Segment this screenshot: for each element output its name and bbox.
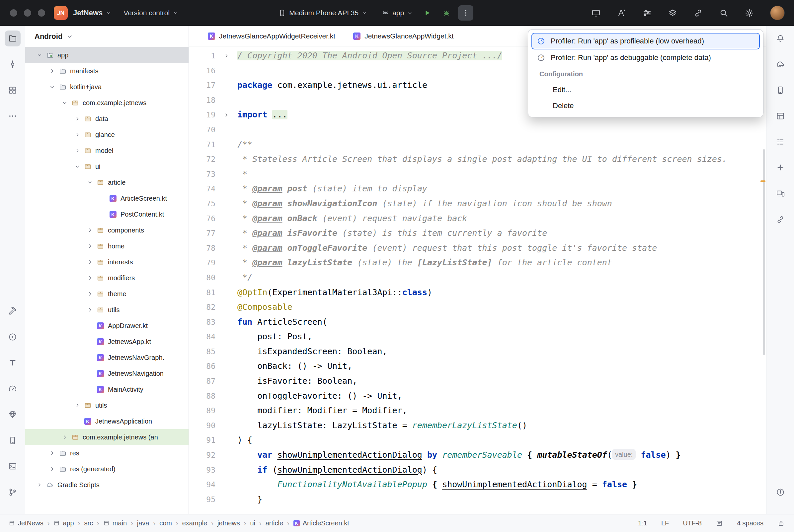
minimize-window-button[interactable] — [24, 9, 31, 17]
tree-item-jetnewsapp-kt[interactable]: KJetnewsApp.kt — [25, 334, 188, 349]
debug-button[interactable] — [439, 5, 454, 21]
code-text[interactable]: * @param lazyListState (state) the [Lazy… — [237, 255, 612, 270]
popup-action-delete[interactable]: Delete — [532, 98, 760, 114]
tree-item-components[interactable]: components — [25, 222, 188, 238]
user-avatar[interactable] — [770, 6, 785, 20]
tree-chevron-right-icon[interactable] — [84, 243, 96, 249]
tree-item-jetnewsnavgraph[interactable]: KJetnewsNavGraph. — [25, 349, 188, 365]
fold-indicator-icon[interactable] — [216, 49, 237, 63]
line-number[interactable]: 91 — [189, 433, 216, 448]
tree-chevron-down-icon[interactable] — [46, 83, 58, 90]
tree-item-com-example-jetnews[interactable]: com.example.jetnews — [25, 95, 188, 111]
line-number[interactable]: 89 — [189, 403, 216, 418]
indent-size-widget[interactable]: 4 spaces — [737, 519, 763, 527]
line-number[interactable]: 80 — [189, 270, 216, 285]
tree-chevron-right-icon[interactable] — [71, 115, 83, 122]
tree-item-kotlin-java[interactable]: kotlin+java — [25, 79, 188, 95]
running-devices-button[interactable] — [772, 186, 788, 202]
tree-chevron-down-icon[interactable] — [34, 52, 45, 58]
tree-chevron-right-icon[interactable] — [34, 481, 45, 488]
build-tool-button[interactable] — [5, 303, 21, 319]
breadcrumb-item-ui[interactable]: ui — [250, 519, 255, 527]
popup-item-profiler-run-app-as-profile[interactable]: Profiler: Run 'app' as profileable (low … — [532, 33, 760, 50]
run-button[interactable] — [420, 5, 435, 21]
line-number[interactable]: 78 — [189, 241, 216, 256]
version-control-tool-button[interactable] — [5, 484, 21, 500]
tree-chevron-down-icon[interactable] — [84, 179, 96, 186]
close-window-button[interactable] — [10, 9, 17, 17]
more-tool-windows-button[interactable] — [5, 108, 21, 124]
tree-chevron-right-icon[interactable] — [46, 466, 58, 472]
breadcrumb-item-java[interactable]: java — [137, 519, 149, 527]
line-number[interactable]: 93 — [189, 463, 216, 478]
tree-chevron-right-icon[interactable] — [59, 434, 71, 440]
line-number[interactable]: 81 — [189, 285, 216, 300]
tree-chevron-down-icon[interactable] — [59, 99, 71, 106]
line-number[interactable]: 73 — [189, 167, 216, 182]
tree-item-manifests[interactable]: manifests — [25, 63, 188, 79]
run-tool-button[interactable] — [5, 329, 21, 345]
project-tool-button[interactable] — [5, 31, 21, 46]
code-text[interactable]: fun ArticleScreen( — [237, 315, 327, 330]
line-number[interactable]: 19 — [189, 108, 216, 122]
problems-tool-button[interactable] — [772, 484, 788, 500]
tree-item-data[interactable]: data — [25, 111, 188, 127]
code-text[interactable]: * Stateless Article Screen that displays… — [237, 152, 727, 167]
line-number[interactable]: 74 — [189, 182, 216, 196]
line-number[interactable]: 16 — [189, 63, 216, 78]
code-text[interactable]: } — [237, 492, 262, 507]
tree-item-res[interactable]: res — [25, 445, 188, 461]
tree-chevron-right-icon[interactable] — [46, 450, 58, 456]
code-text[interactable]: /** — [237, 137, 252, 152]
editor-config-icon[interactable] — [716, 520, 723, 527]
line-number[interactable]: 71 — [189, 137, 216, 152]
code-text[interactable]: * @param isFavorite (state) is this item… — [237, 226, 547, 241]
line-number[interactable]: 87 — [189, 374, 216, 389]
line-number[interactable]: 86 — [189, 359, 216, 374]
code-text[interactable]: modifier: Modifier = Modifier, — [237, 403, 407, 418]
breadcrumb-item-articlescreen-kt[interactable]: KArticleScreen.kt — [293, 519, 349, 527]
tree-item-model[interactable]: model — [25, 142, 188, 158]
more-run-options-button[interactable] — [458, 5, 473, 21]
warning-stripe-mark[interactable] — [760, 180, 765, 182]
tree-chevron-right-icon[interactable] — [84, 306, 96, 313]
code-text[interactable]: * @param onBack (event) request navigate… — [237, 211, 467, 226]
caret-position-widget[interactable]: 1:1 — [638, 519, 647, 527]
code-text[interactable]: * @param onToggleFavorite (event) reques… — [237, 241, 657, 256]
tree-chevron-right-icon[interactable] — [84, 290, 96, 297]
code-text[interactable]: isExpandedScreen: Boolean, — [237, 344, 387, 359]
line-number[interactable]: 85 — [189, 344, 216, 359]
popup-action-edit[interactable]: Edit... — [532, 82, 760, 98]
code-text[interactable]: onBack: () -> Unit, — [237, 359, 352, 374]
plugins-button[interactable] — [668, 8, 678, 18]
tree-item-utils[interactable]: utils — [25, 397, 188, 413]
editor-scrollbar[interactable] — [763, 149, 765, 355]
line-number[interactable]: 83 — [189, 315, 216, 330]
device-selector[interactable]: Medium Phone API 35 — [278, 9, 367, 17]
tree-chevron-down-icon[interactable] — [71, 163, 83, 170]
tree-chevron-right-icon[interactable] — [46, 68, 58, 74]
device-manager-button[interactable] — [772, 82, 788, 98]
project-selector[interactable]: JetNews — [73, 8, 112, 17]
tree-item-theme[interactable]: theme — [25, 286, 188, 302]
breadcrumb-item-article[interactable]: article — [265, 519, 283, 527]
code-text[interactable]: / Copyright 2020 The Android Open Source… — [237, 49, 502, 63]
code-text[interactable]: import ... — [237, 108, 288, 122]
readonly-toggle-icon[interactable] — [777, 520, 785, 527]
tree-item-jetnewsnavigation[interactable]: KJetnewsNavigation — [25, 365, 188, 381]
editor-tab-jetnewsglanceappwidget-kt[interactable]: KJetnewsGlanceAppWidget.kt — [344, 26, 462, 46]
tree-item-glance[interactable]: glance — [25, 127, 188, 142]
breadcrumb-item-main[interactable]: main — [103, 519, 127, 527]
tree-chevron-right-icon[interactable] — [71, 131, 83, 138]
run-configurations-button[interactable] — [642, 8, 652, 18]
tree-item-home[interactable]: home — [25, 238, 188, 254]
tree-item-com-example-jetnews-an[interactable]: com.example.jetnews (an — [25, 429, 188, 445]
line-number[interactable]: 82 — [189, 300, 216, 315]
popup-item-profiler-run-app-as-debugga[interactable]: Profiler: Run 'app' as debuggable (compl… — [532, 50, 760, 66]
tree-item-appdrawer-kt[interactable]: KAppDrawer.kt — [25, 318, 188, 334]
vcs-widget[interactable]: Version control — [124, 9, 179, 17]
code-text[interactable]: FunctionalityNotAvailablePopup { showUni… — [237, 477, 637, 492]
search-everywhere-button[interactable] — [719, 8, 728, 18]
breadcrumb-item-jetnews[interactable]: JetNews — [8, 519, 43, 527]
device-explorer-button[interactable] — [5, 433, 21, 449]
